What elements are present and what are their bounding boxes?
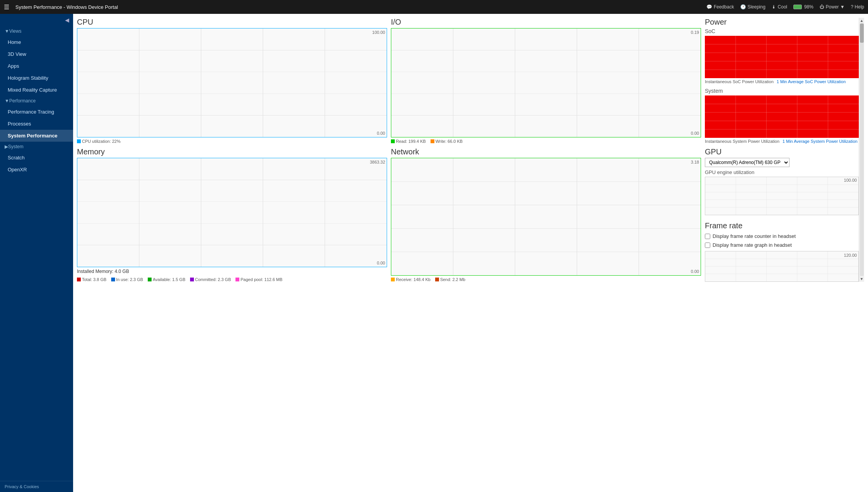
header: ☰ System Performance - Windows Device Po… (0, 0, 868, 14)
io-legend: Read: 199.4 KB Write: 66.0 KB (391, 139, 701, 144)
memory-installed-label: Installed Memory: 4.0 GB (77, 269, 387, 274)
sidebar: ◀ ▼Views Home 3D View Apps Hologram Stab… (0, 14, 73, 492)
sidebar-item-performance-tracing[interactable]: Performance Tracing (0, 106, 73, 118)
network-panel: Network 3.18 0.00 Receive: (391, 147, 701, 282)
soc-label: SoC (705, 28, 859, 34)
gpu-chart-svg (705, 177, 858, 215)
power-title: Power (705, 18, 859, 27)
memory-chart-grid (77, 158, 387, 267)
help-button[interactable]: ? Help (851, 4, 864, 10)
battery-icon (793, 5, 802, 9)
header-actions: 💬 Feedback 🕐 Sleeping 🌡 Cool 98% ⏻ Power… (706, 4, 864, 10)
main-content: CPU 100.00 0.00 (73, 14, 868, 492)
cool-button[interactable]: 🌡 Cool (771, 4, 787, 10)
frame-rate-graph-row: Display frame rate graph in headset (705, 242, 859, 248)
system-power-legend: Instantaneous System Power Utilization 1… (705, 139, 859, 144)
network-max-label: 3.18 (691, 160, 699, 164)
frame-rate-graph-label: Display frame rate graph in headset (713, 242, 792, 248)
sidebar-item-scratch[interactable]: Scratch (0, 152, 73, 164)
system-chart-grid (705, 95, 859, 138)
cpu-chart: 100.00 0.00 (77, 28, 387, 137)
io-read-legend: Read: 199.4 KB (391, 139, 426, 144)
feedback-icon: 💬 (706, 4, 712, 10)
right-scrollbar[interactable]: ▲ ▼ (859, 18, 864, 282)
memory-chart: 3863.32 0.00 (77, 158, 387, 267)
sidebar-item-processes[interactable]: Processes (0, 118, 73, 130)
io-chart: 0.19 0.00 (391, 28, 701, 137)
network-chart-grid (391, 158, 701, 275)
system-avg-link[interactable]: 1 Min Average System Power Utilization (783, 139, 858, 144)
gpu-section: GPU Qualcomm(R) Adreno(TM) 630 GPU GPU e… (705, 147, 859, 215)
power-icon: ⏻ (820, 4, 824, 10)
cpu-panel: CPU 100.00 0.00 (77, 18, 387, 144)
cpu-max-label: 100.00 (372, 30, 385, 35)
sidebar-item-apps[interactable]: Apps (0, 60, 73, 72)
system-power-label: System (705, 88, 859, 94)
memory-panel: Memory 3863.32 0.00 Installed Memory: 4.… (77, 147, 387, 282)
soc-chart-grid (705, 36, 859, 78)
sidebar-views-header[interactable]: ▼Views (0, 26, 73, 36)
sidebar-item-openxr[interactable]: OpenXR (0, 164, 73, 176)
power-section: Power SoC (705, 18, 859, 144)
frame-rate-graph-checkbox[interactable] (705, 243, 710, 248)
network-send-legend: Send: 2.2 Mb (435, 277, 465, 282)
sidebar-performance-header[interactable]: ▼Performance (0, 96, 73, 106)
sidebar-item-3dview[interactable]: 3D View (0, 48, 73, 60)
sidebar-item-mixed-reality-capture[interactable]: Mixed Reality Capture (0, 84, 73, 96)
io-chart-grid (391, 28, 701, 137)
frame-rate-counter-checkbox[interactable] (705, 234, 710, 239)
battery-status: 98% (793, 4, 813, 10)
memory-committed-legend: Committed: 2.3 GB (190, 277, 231, 282)
sleeping-button[interactable]: 🕐 Sleeping (740, 4, 766, 10)
privacy-cookies-link[interactable]: Privacy & Cookies (0, 481, 73, 492)
io-write-legend: Write: 66.0 KB (431, 139, 463, 144)
frame-rate-title: Frame rate (705, 221, 859, 230)
scroll-up-arrow[interactable]: ▲ (860, 18, 864, 23)
cpu-title: CPU (77, 18, 387, 27)
right-panel: Power SoC (705, 18, 859, 282)
feedback-button[interactable]: 💬 Feedback (706, 4, 734, 10)
gpu-engine-chart: 100.00 (705, 177, 859, 215)
soc-power-chart (705, 36, 859, 78)
io-min-label: 0.00 (691, 131, 699, 136)
hamburger-menu[interactable]: ☰ (4, 3, 9, 11)
scroll-down-arrow[interactable]: ▼ (860, 277, 864, 281)
network-min-label: 0.00 (691, 269, 699, 274)
sidebar-system-header[interactable]: ▶System (0, 142, 73, 152)
thermometer-icon: 🌡 (771, 4, 776, 10)
gpu-engine-label: GPU engine utilization (705, 169, 859, 175)
scrollbar-track (860, 23, 864, 276)
cpu-legend: CPU utilization: 22% (77, 139, 387, 144)
page-title: System Performance - Windows Device Port… (15, 4, 703, 10)
network-title: Network (391, 147, 701, 156)
gpu-max-label: 100.00 (844, 178, 857, 182)
cpu-legend-dot (77, 139, 81, 143)
frame-chart-svg (705, 251, 858, 281)
sidebar-collapse-button[interactable]: ◀ (0, 14, 73, 26)
io-title: I/O (391, 18, 701, 27)
network-legend: Receive: 148.4 Kb Send: 2.2 Mb (391, 277, 701, 282)
sidebar-item-system-performance[interactable]: System Performance (0, 130, 73, 142)
memory-title: Memory (77, 147, 387, 156)
power-button[interactable]: ⏻ Power ▼ (820, 4, 845, 10)
memory-inuse-legend: In use: 2.3 GB (111, 277, 143, 282)
cpu-chart-grid (77, 28, 387, 137)
memory-max-label: 3863.32 (370, 160, 385, 164)
frame-rate-counter-row: Display frame rate counter in headset (705, 233, 859, 239)
sidebar-item-hologram-stability[interactable]: Hologram Stability (0, 72, 73, 84)
memory-legend: Total: 3.8 GB In use: 2.3 GB Available: … (77, 277, 387, 282)
frame-rate-section: Frame rate Display frame rate counter in… (705, 219, 859, 282)
sidebar-item-home[interactable]: Home (0, 36, 73, 48)
network-receive-legend: Receive: 148.4 Kb (391, 277, 431, 282)
io-panel: I/O 0.19 0.00 Read: 199.4 K (391, 18, 701, 144)
soc-power-legend: Instantaneous SoC Power Utilization 1 Mi… (705, 79, 859, 84)
gpu-title: GPU (705, 147, 859, 156)
sleeping-icon: 🕐 (740, 4, 746, 10)
soc-avg-link[interactable]: 1 Min Average SoC Power Utilization (777, 79, 846, 84)
gpu-select[interactable]: Qualcomm(R) Adreno(TM) 630 GPU (705, 158, 790, 167)
scrollbar-thumb[interactable] (860, 23, 864, 43)
right-wrapper: Power SoC (705, 18, 864, 282)
memory-total-legend: Total: 3.8 GB (77, 277, 107, 282)
network-chart: 3.18 0.00 (391, 158, 701, 276)
io-write-dot (431, 139, 434, 143)
